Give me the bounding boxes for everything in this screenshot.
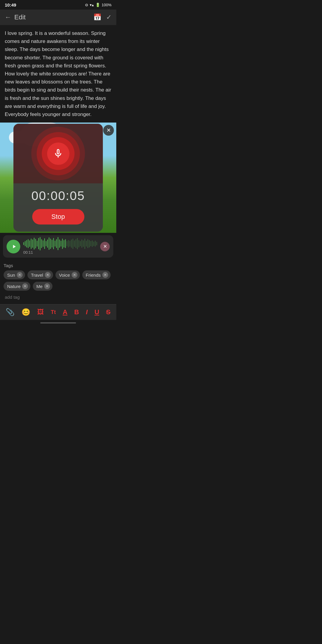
text-size-icon[interactable]: Tt (51, 309, 56, 315)
tag-chip: Travel✕ (27, 270, 53, 279)
underline-icon[interactable]: U (95, 308, 99, 316)
tag-label: Friends (86, 273, 101, 278)
tag-remove-button[interactable]: ✕ (72, 272, 78, 278)
tag-chip: Friends✕ (82, 270, 111, 279)
image-section: ✕ 00:00:05 Stop (0, 123, 116, 233)
audio-player: 00:11 ✕ (3, 235, 113, 258)
mic-area (13, 124, 103, 183)
tag-label: Travel (31, 273, 43, 278)
add-tag-input[interactable] (4, 293, 30, 301)
battery-icon: 🔋 (95, 3, 100, 7)
recording-timer: 00:00:05 (13, 183, 103, 209)
tag-chip: Nature✕ (4, 282, 30, 291)
italic-icon[interactable]: I (86, 308, 88, 316)
tag-remove-button[interactable]: ✕ (17, 272, 23, 278)
tag-remove-button[interactable]: ✕ (102, 272, 108, 278)
tags-label: Tags (4, 263, 113, 268)
tag-remove-button[interactable]: ✕ (45, 272, 51, 278)
stop-button[interactable]: Stop (32, 209, 84, 225)
microphone-icon (53, 148, 64, 159)
dnd-icon: ⊖ (85, 3, 88, 7)
bold-icon[interactable]: B (74, 308, 79, 316)
emoji-icon[interactable]: 😊 (21, 308, 30, 316)
delete-audio-button[interactable]: ✕ (100, 242, 110, 251)
tags-row-1: Sun✕Travel✕Voice✕Friends✕Nature✕Me✕ (4, 270, 113, 291)
battery-percent: 100% (102, 3, 112, 7)
play-button[interactable] (7, 240, 20, 253)
page-title: Edit (14, 13, 26, 21)
back-button[interactable]: ← (5, 13, 11, 21)
status-icons: ⊖ ▾▴ 🔋 100% (85, 3, 112, 7)
bottom-toolbar: 📎 😊 🖼 Tt A B I U S (0, 304, 116, 320)
audio-time: 00:11 (23, 250, 97, 255)
home-bar (40, 322, 76, 323)
attachment-icon[interactable]: 📎 (6, 308, 15, 316)
play-icon (11, 244, 17, 250)
confirm-button[interactable]: ✓ (106, 13, 112, 21)
tag-chip: Voice✕ (55, 270, 80, 279)
top-bar-right: 📅 ✓ (93, 13, 112, 21)
status-bar: 10:49 ⊖ ▾▴ 🔋 100% (0, 0, 116, 10)
strikethrough-icon[interactable]: S (106, 308, 111, 316)
top-bar-left: ← Edit (5, 13, 26, 21)
close-image-button[interactable]: ✕ (103, 125, 114, 136)
tag-remove-button[interactable]: ✕ (44, 283, 50, 289)
waveform-area: 00:11 (23, 238, 97, 255)
font-color-icon[interactable]: A (63, 308, 67, 316)
calendar-icon[interactable]: 📅 (93, 13, 101, 21)
tags-section: Tags Sun✕Travel✕Voice✕Friends✕Nature✕Me✕ (0, 260, 116, 303)
tag-label: Voice (59, 273, 70, 278)
home-indicator (0, 320, 116, 325)
image-icon[interactable]: 🖼 (37, 308, 44, 316)
note-text[interactable]: I love spring. It is a wonderful season.… (0, 25, 116, 123)
wifi-icon: ▾▴ (90, 3, 94, 7)
top-bar: ← Edit 📅 ✓ (0, 10, 116, 25)
tag-label: Me (36, 284, 43, 289)
mic-icon-circle (47, 143, 69, 165)
recording-modal: 00:00:05 Stop (13, 124, 103, 232)
tag-chip: Sun✕ (4, 270, 25, 279)
tag-label: Sun (7, 273, 15, 278)
tag-remove-button[interactable]: ✕ (22, 283, 28, 289)
tag-label: Nature (7, 284, 21, 289)
tag-chip: Me✕ (33, 282, 52, 291)
waveform (23, 238, 97, 249)
status-time: 10:49 (5, 2, 16, 7)
